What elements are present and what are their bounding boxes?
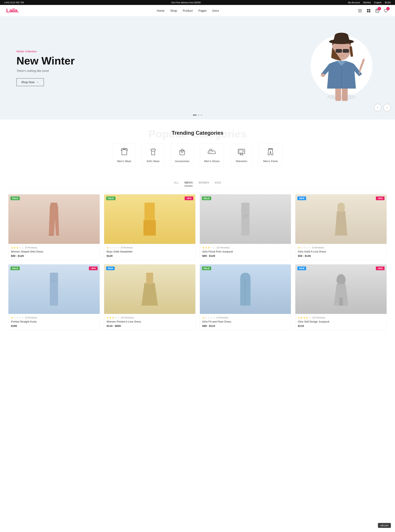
star: ★: [109, 316, 112, 319]
svg-point-8: [327, 94, 356, 100]
star-empty: ★: [301, 246, 303, 249]
categories-section: Popular Categories Trending Categories M…: [0, 119, 395, 177]
product-badge-discount-5: -30%: [89, 266, 98, 270]
star: ★: [205, 246, 207, 249]
svg-rect-3: [367, 9, 368, 11]
category-mens-shoes[interactable]: Men's Shoes: [200, 144, 224, 167]
star-empty: ★: [303, 246, 306, 249]
product-info-6: ★ ★ ★ ★ ★ (42 Reviews) Women Printed A-L…: [104, 314, 195, 330]
hero-next-button[interactable]: ›: [384, 104, 391, 111]
star: ★: [11, 316, 13, 319]
product-badge-discount-4: -55%: [376, 196, 384, 200]
star: ★: [112, 316, 114, 319]
star: ★: [107, 316, 109, 319]
svg-rect-5: [367, 11, 368, 12]
category-television[interactable]: Television: [230, 144, 253, 167]
phone-number: (+84) 0123 456 789: [4, 1, 24, 4]
product-img-2: [139, 203, 160, 236]
product-badge-new-6: NEW: [106, 266, 115, 270]
svg-line-23: [240, 154, 241, 155]
product-card-2[interactable]: SALE -40% ★ ★ ★ ★ ★ (0 Reviews) Boys Sol…: [104, 194, 196, 260]
products-section: ALL MEN'S WOMEN KIDS SALE ★ ★ ★: [0, 177, 395, 340]
star: ★: [14, 246, 16, 249]
product-card-4[interactable]: NEW -55% ★ ★ ★ ★ ★ (0 Reviews) Girls Sol…: [295, 194, 387, 260]
product-card-1[interactable]: SALE ★ ★ ★ ★ ★ (5 Reviews) Women Striped…: [8, 194, 100, 260]
category-mens-wear[interactable]: Men's Wear: [113, 144, 136, 167]
logo-dot: .: [17, 7, 18, 14]
product-name-4: Girls Solid A-Line Dress: [298, 250, 384, 253]
product-price-6: $110 - $600: [107, 324, 193, 327]
product-info-1: ★ ★ ★ ★ ★ (5 Reviews) Women Striped Shir…: [8, 244, 100, 260]
logo[interactable]: Laila.: [6, 7, 18, 14]
star-empty: ★: [308, 316, 311, 319]
categories-grid: Men's Wear Kid's Wear Access: [8, 144, 387, 167]
my-account-link[interactable]: My Account: [348, 1, 360, 4]
product-name-8: Girls Self Design Jumpsuit: [298, 320, 384, 323]
product-card-7[interactable]: SALE ★ ★ ★ ★ ★ (0 Reviews) Girls Fit and…: [200, 264, 291, 330]
product-price-4: $50 - $149: [298, 254, 384, 257]
nav-home[interactable]: Home: [157, 9, 165, 12]
grid-view-icon[interactable]: [366, 8, 372, 14]
star: ★: [202, 316, 205, 319]
header: Laila. Home Shop Product Pages Docs 0 1: [0, 5, 395, 17]
wishlist-icon[interactable]: 1: [383, 8, 389, 14]
mens-wear-label: Men's Wear: [117, 160, 131, 163]
product-card-5[interactable]: SALE -30% ★ ★ ★ ★ ★ (0 Reviews) Printed …: [8, 264, 100, 330]
svg-point-43: [337, 274, 346, 286]
shop-now-button[interactable]: Shop Now →: [16, 78, 44, 86]
tab-kids[interactable]: KIDS: [215, 181, 221, 186]
product-stars-3: ★ ★ ★ ★ ★ (32 Reviews): [202, 246, 289, 249]
svg-rect-30: [144, 203, 155, 221]
product-badge-sale-1: SALE: [11, 196, 20, 200]
star-empty: ★: [115, 246, 117, 249]
star: ★: [16, 246, 18, 249]
star-empty: ★: [115, 316, 117, 319]
star-empty: ★: [117, 316, 120, 319]
star-empty: ★: [306, 246, 308, 249]
currency-selector[interactable]: $USD: [385, 1, 391, 4]
svg-rect-36: [50, 273, 58, 306]
product-card-8[interactable]: NEW -60% ★ ★ ★ ★ ★ (15 Reviews) Girls Se…: [295, 264, 387, 330]
product-name-5: Printed Straight Kurta: [11, 320, 97, 323]
nav-product[interactable]: Product: [183, 9, 193, 12]
product-stars-6: ★ ★ ★ ★ ★ (42 Reviews): [107, 316, 193, 319]
svg-point-19: [124, 148, 125, 149]
cart-icon[interactable]: 0: [374, 8, 380, 14]
hero-dot-2[interactable]: [198, 115, 199, 115]
mens-shoes-icon: [207, 147, 216, 158]
product-img-6: [140, 273, 159, 306]
product-info-5: ★ ★ ★ ★ ★ (0 Reviews) Printed Straight K…: [8, 314, 100, 330]
nav-docs[interactable]: Docs: [212, 9, 219, 12]
svg-rect-22: [238, 149, 245, 154]
language-selector[interactable]: English: [374, 1, 382, 4]
product-name-7: Girls Fit and Flare Dress: [202, 320, 289, 323]
product-card-3[interactable]: SALE ★ ★ ★ ★ ★ (32 Reviews) Girls Floral…: [200, 194, 291, 260]
hero-dot-1[interactable]: [193, 115, 197, 115]
tab-women[interactable]: WOMEN: [198, 181, 209, 186]
product-name-6: Women Printed A-Line Dress: [107, 320, 193, 323]
product-badge-discount-2: -40%: [185, 196, 193, 200]
menu-list-icon[interactable]: [357, 8, 363, 14]
product-info-4: ★ ★ ★ ★ ★ (0 Reviews) Girls Solid A-Line…: [295, 244, 387, 260]
star-empty: ★: [19, 246, 21, 249]
category-mens-pants[interactable]: Men's Pants: [259, 144, 282, 167]
hero-dot-3[interactable]: [201, 115, 202, 115]
tab-mens[interactable]: MEN'S: [184, 181, 193, 186]
hero-image-area: [304, 29, 379, 107]
review-count-8: (15 Reviews): [312, 316, 325, 319]
tab-all[interactable]: ALL: [174, 181, 179, 186]
product-card-6[interactable]: NEW ★ ★ ★ ★ ★ (42 Reviews) Women Printed…: [104, 264, 196, 330]
nav-shop[interactable]: Shop: [170, 9, 177, 12]
logo-text: Laila: [6, 7, 17, 14]
category-accessories[interactable]: Accessories: [171, 144, 194, 167]
star: ★: [202, 246, 205, 249]
category-kids-wear[interactable]: Kid's Wear: [142, 144, 165, 167]
star: ★: [301, 316, 303, 319]
television-icon: [237, 147, 246, 158]
nav-pages[interactable]: Pages: [198, 9, 207, 12]
svg-point-28: [243, 152, 244, 152]
wishlist-link[interactable]: Wishlist: [363, 1, 371, 4]
product-name-2: Boys Solid Sweatshirt: [107, 250, 193, 253]
mens-pants-icon: [266, 147, 274, 158]
product-img-4: [333, 203, 349, 236]
